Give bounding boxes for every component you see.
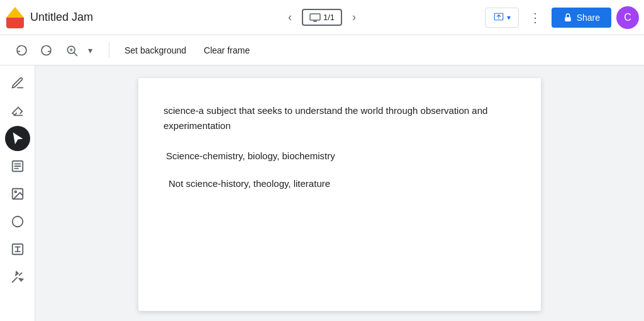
zoom-dropdown-arrow: ▾	[88, 45, 92, 55]
text-tool[interactable]	[5, 237, 30, 262]
slide-text-1: science-a subject that seeks to understa…	[164, 103, 516, 133]
redo-button[interactable]	[35, 40, 58, 60]
prev-slide-button[interactable]: ‹	[283, 8, 297, 26]
eraser-tool[interactable]	[5, 98, 30, 123]
secondary-toolbar: ▾ Set background Clear frame	[0, 35, 644, 65]
shape-tool[interactable]	[5, 209, 30, 234]
svg-rect-5	[565, 17, 570, 21]
nav-right-actions: ▾ ⋮ Share C	[485, 6, 639, 29]
user-avatar[interactable]: C	[616, 6, 639, 29]
app-title: Untitled Jam	[30, 11, 93, 24]
image-tool[interactable]	[5, 181, 30, 206]
select-tool[interactable]	[5, 126, 30, 151]
zoom-button[interactable]	[60, 40, 83, 60]
pen-tool[interactable]	[5, 70, 30, 96]
zoom-icon	[65, 44, 78, 57]
slide-text-3: Not science-history, theology, literatur…	[164, 176, 516, 191]
undo-icon	[15, 44, 28, 57]
app-logo	[5, 8, 25, 28]
left-sidebar	[0, 65, 35, 321]
avatar-initial: C	[624, 12, 631, 23]
canvas-area[interactable]: science-a subject that seeks to understa…	[35, 65, 644, 321]
top-navbar: Untitled Jam ‹ 1/1 › ▾ ⋮	[0, 0, 644, 35]
redo-icon	[40, 44, 53, 57]
slide-text-2: Science-chemistry, biology, biochemistry	[164, 149, 516, 164]
laser-tool[interactable]	[5, 264, 30, 290]
clear-frame-button[interactable]: Clear frame	[196, 42, 257, 59]
slide-counter: 1/1	[302, 9, 342, 26]
undo-button[interactable]	[10, 40, 33, 60]
upload-dropdown-arrow: ▾	[507, 13, 511, 22]
more-options-button[interactable]: ⋮	[524, 8, 547, 28]
zoom-dropdown[interactable]: ▾	[84, 43, 96, 58]
sticky-note-tool[interactable]	[5, 154, 30, 179]
slide-navigation: ‹ 1/1 ›	[283, 8, 361, 26]
share-label: Share	[577, 13, 600, 23]
svg-line-7	[74, 52, 77, 55]
next-slide-button[interactable]: ›	[347, 8, 361, 26]
svg-rect-0	[310, 14, 320, 20]
zoom-group: ▾	[60, 40, 96, 60]
more-icon: ⋮	[529, 10, 541, 25]
main-area: science-a subject that seeks to understa…	[0, 65, 644, 321]
upload-button[interactable]: ▾	[485, 8, 519, 28]
svg-point-16	[12, 217, 23, 227]
svg-point-15	[14, 191, 16, 193]
toolbar-divider	[109, 43, 109, 58]
set-background-button[interactable]: Set background	[117, 42, 194, 59]
slide-frame: science-a subject that seeks to understa…	[138, 78, 541, 311]
slide-number: 1/1	[323, 13, 335, 22]
share-button[interactable]: Share	[552, 8, 611, 28]
upload-icon	[493, 12, 504, 23]
lock-icon	[563, 13, 573, 23]
monitor-icon	[309, 13, 321, 22]
